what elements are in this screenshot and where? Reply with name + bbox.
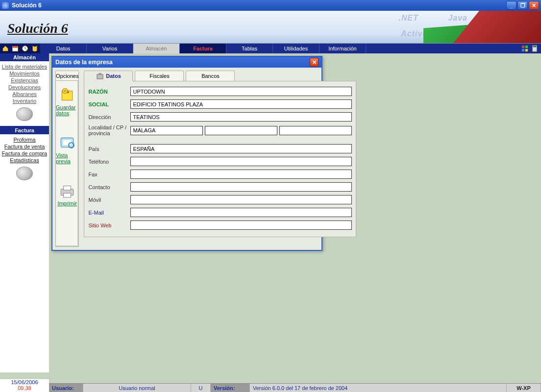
banner-title: Solución 6: [7, 21, 68, 36]
localidad-input[interactable]: [130, 126, 203, 135]
fax-input[interactable]: [130, 170, 352, 179]
sidebar: Almacén Lista de materiales Movimientos …: [0, 53, 49, 372]
sidebar-link[interactable]: Factura de compra: [2, 150, 47, 157]
sidebar-link[interactable]: Albaranes: [12, 91, 37, 98]
form-body: RAZÓN SOCIAL Dirección Localidad / CP / …: [84, 81, 356, 237]
direccion-input[interactable]: [130, 112, 352, 122]
svg-text:+: +: [64, 89, 67, 94]
email-input[interactable]: [130, 208, 352, 217]
cp-input[interactable]: [205, 126, 277, 135]
social-input[interactable]: [130, 99, 352, 109]
menu-informacion[interactable]: Información: [320, 44, 366, 53]
movil-label: Móvil: [88, 197, 130, 203]
status-version-label: Versión:: [211, 384, 250, 392]
razon-label: RAZÓN: [88, 89, 130, 95]
building-icon: [96, 73, 104, 79]
telefono-input[interactable]: [130, 157, 352, 166]
menu-datos[interactable]: Datos: [40, 44, 87, 53]
sidebar-links-almacen: Lista de materiales Movimientos Existenc…: [0, 61, 49, 126]
maximize-button[interactable]: ❐: [517, 1, 528, 10]
banner-ghost-text: Java: [448, 14, 467, 23]
status-bar: Usuario: Usuario normal U Versión: Versi…: [49, 383, 541, 392]
form-tabs: Datos Fiscales Bancos: [84, 71, 356, 81]
clock-icon[interactable]: [22, 45, 28, 52]
banner-ghost-text: .NET: [399, 14, 418, 23]
pais-input[interactable]: [130, 144, 352, 153]
dialog-close-button[interactable]: ✕: [310, 58, 319, 67]
banner: Solución 6 .NET Java ActiveX: [0, 11, 541, 44]
social-label: SOCIAL: [88, 101, 130, 107]
razon-input[interactable]: [130, 87, 352, 96]
movil-input[interactable]: [130, 195, 352, 204]
calculator-icon[interactable]: [531, 45, 538, 52]
sidebar-link[interactable]: Inventario: [13, 98, 36, 104]
save-data-action[interactable]: + Guardar datos: [56, 88, 78, 116]
app-icon: [2, 2, 9, 9]
svg-rect-8: [533, 46, 537, 48]
sidebar-link[interactable]: Devoluciones: [8, 84, 41, 91]
sidebar-header-factura: Factura: [0, 126, 49, 134]
localidad-label: Localidad / CP / provincia: [88, 124, 130, 136]
tab-datos[interactable]: Datos: [84, 71, 133, 81]
sitio-label: Sitio Web: [88, 222, 130, 228]
svg-rect-18: [97, 74, 103, 79]
menu-tablas[interactable]: Tablas: [226, 44, 273, 53]
svg-rect-5: [522, 49, 524, 51]
minimize-button[interactable]: _: [506, 1, 516, 10]
chart-icon[interactable]: [16, 107, 33, 121]
status-u: U: [191, 384, 211, 392]
sidebar-header-almacen: Almacén: [0, 53, 49, 61]
sidebar-links-factura: Proforma Factura de venta Factura de com…: [0, 134, 49, 185]
svg-rect-4: [525, 46, 528, 48]
banner-decoration: .NET Java ActiveX: [355, 11, 541, 44]
mail-icon[interactable]: [16, 167, 33, 180]
status-usuario-value: Usuario normal: [83, 384, 191, 392]
menu-factura[interactable]: Factura: [180, 44, 226, 53]
sidebar-link[interactable]: Proforma: [13, 136, 35, 143]
footer-time: 09.38: [0, 385, 49, 391]
status-version-value: Versión 6.0.0 del 17 de febrero de 2004: [250, 384, 507, 392]
tab-fiscales[interactable]: Fiscales: [135, 71, 184, 81]
tab-bancos[interactable]: Bancos: [186, 71, 235, 81]
options-panel: Opciones + Guardar datos Vista previa: [55, 71, 79, 247]
print-action[interactable]: Imprimir: [57, 184, 77, 206]
save-icon: +: [59, 88, 75, 102]
contacto-input[interactable]: [130, 182, 352, 192]
sidebar-link[interactable]: Factura de venta: [4, 143, 45, 150]
home-icon[interactable]: [2, 45, 9, 52]
menu-almacen[interactable]: Almacén: [133, 44, 180, 53]
save-label: Guardar datos: [56, 104, 78, 116]
sidebar-link[interactable]: Estadísticas: [10, 157, 39, 164]
app-titlebar: Solución 6 _ ❐ ✕: [0, 0, 541, 11]
tab-label: Datos: [106, 73, 121, 79]
svg-rect-3: [522, 46, 524, 48]
tab-label: Bancos: [201, 73, 220, 79]
contacto-label: Contacto: [88, 184, 130, 190]
book-icon[interactable]: [31, 45, 38, 52]
calendar-icon[interactable]: [12, 45, 19, 52]
provincia-input[interactable]: [279, 126, 352, 135]
toolbar-icons: [0, 44, 40, 53]
menu-varios[interactable]: Varios: [87, 44, 133, 53]
app-close-button[interactable]: ✕: [529, 1, 539, 10]
sidebar-link[interactable]: Movimientos: [9, 70, 40, 77]
svg-rect-19: [98, 73, 101, 75]
pais-label: País: [88, 146, 130, 152]
footer-datetime: 15/06/2006 09.38: [0, 379, 49, 392]
main-menu: Datos Varios Almacén Factura Tablas Util…: [0, 44, 541, 53]
preview-action[interactable]: Vista previa: [56, 136, 78, 164]
footer-date: 15/06/2006: [0, 379, 49, 385]
app-title: Solución 6: [12, 2, 506, 9]
fax-label: Fax: [88, 172, 130, 177]
company-data-dialog: Datos de la empresa ✕ Opciones + Guardar…: [51, 56, 322, 251]
options-tab[interactable]: Opciones: [55, 71, 79, 80]
menu-utilidades[interactable]: Utilidades: [273, 44, 320, 53]
sidebar-link[interactable]: Lista de materiales: [2, 63, 47, 70]
svg-rect-1: [13, 47, 18, 48]
sidebar-link[interactable]: Existencias: [11, 77, 38, 84]
windows-icon[interactable]: [521, 45, 528, 52]
sitio-input[interactable]: [130, 220, 352, 230]
printer-icon: [59, 184, 75, 198]
status-os: W-XP: [507, 384, 541, 392]
svg-rect-6: [525, 49, 528, 51]
